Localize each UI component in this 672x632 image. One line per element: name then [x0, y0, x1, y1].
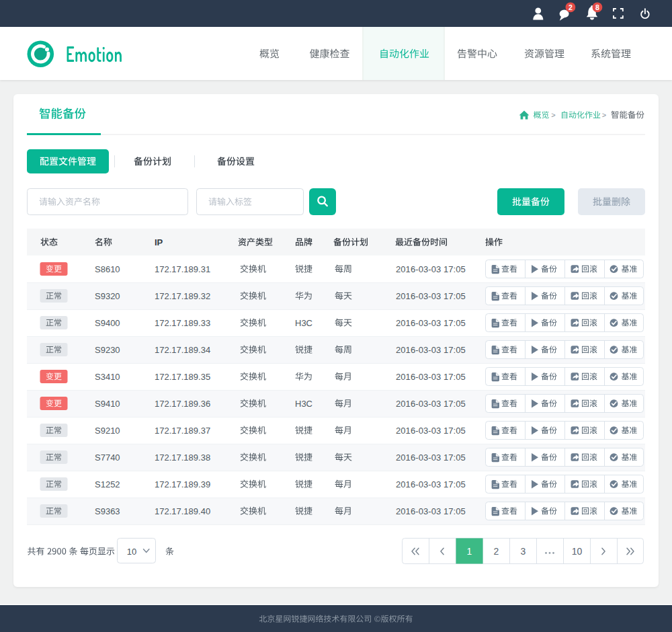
svg-text:2016-03-03 17:05: 2016-03-03 17:05	[396, 452, 466, 463]
svg-text:10: 10	[127, 547, 136, 557]
svg-text:3: 3	[521, 546, 526, 557]
svg-text:S9410: S9410	[95, 399, 120, 409]
svg-text:S9363: S9363	[95, 506, 120, 516]
svg-text:H3C: H3C	[295, 399, 312, 409]
svg-text:8: 8	[595, 3, 599, 11]
svg-text:IP: IP	[155, 237, 163, 247]
svg-text:S9320: S9320	[95, 291, 120, 301]
svg-text:172.17.189.33: 172.17.189.33	[155, 318, 210, 328]
svg-text:172.17.189.37: 172.17.189.37	[155, 426, 210, 436]
svg-text:>: >	[602, 111, 606, 119]
svg-text:172.17.189.32: 172.17.189.32	[155, 291, 210, 301]
svg-text:2016-03-03 17:05: 2016-03-03 17:05	[396, 291, 466, 301]
svg-text:172.17.189.36: 172.17.189.36	[155, 399, 210, 409]
svg-text:2016-03-03 17:05: 2016-03-03 17:05	[396, 426, 466, 436]
svg-text:172.17.189.31: 172.17.189.31	[155, 264, 210, 274]
svg-text:2: 2	[569, 3, 573, 11]
svg-text:S9230: S9230	[95, 345, 120, 355]
svg-text:1: 1	[467, 546, 472, 557]
svg-text:2016-03-03 17:05: 2016-03-03 17:05	[396, 399, 466, 409]
svg-text:S1252: S1252	[95, 479, 120, 489]
svg-text:2016-03-03 17:05: 2016-03-03 17:05	[396, 372, 466, 382]
svg-text:>: >	[551, 111, 555, 119]
svg-text:2016-03-03 17:05: 2016-03-03 17:05	[396, 506, 466, 516]
svg-text:172.17.189.35: 172.17.189.35	[155, 372, 210, 382]
svg-text:10: 10	[572, 546, 583, 557]
svg-text:S7740: S7740	[95, 452, 120, 463]
svg-text:S3410: S3410	[95, 372, 120, 382]
svg-text:172.17.189.40: 172.17.189.40	[155, 506, 210, 516]
svg-text:172.17.189.38: 172.17.189.38	[155, 452, 210, 463]
svg-text:2016-03-03 17:05: 2016-03-03 17:05	[396, 318, 466, 328]
svg-text:172.17.189.34: 172.17.189.34	[155, 345, 210, 355]
svg-text:172.17.189.39: 172.17.189.39	[155, 479, 210, 489]
svg-text:H3C: H3C	[295, 318, 312, 328]
svg-text:S9210: S9210	[95, 426, 120, 436]
svg-text:2016-03-03 17:05: 2016-03-03 17:05	[396, 479, 466, 489]
svg-text:S8610: S8610	[95, 264, 120, 274]
svg-text:S9400: S9400	[95, 318, 120, 328]
svg-text:2016-03-03 17:05: 2016-03-03 17:05	[396, 264, 466, 274]
svg-text:2: 2	[494, 546, 499, 557]
svg-text:2016-03-03 17:05: 2016-03-03 17:05	[396, 345, 466, 355]
